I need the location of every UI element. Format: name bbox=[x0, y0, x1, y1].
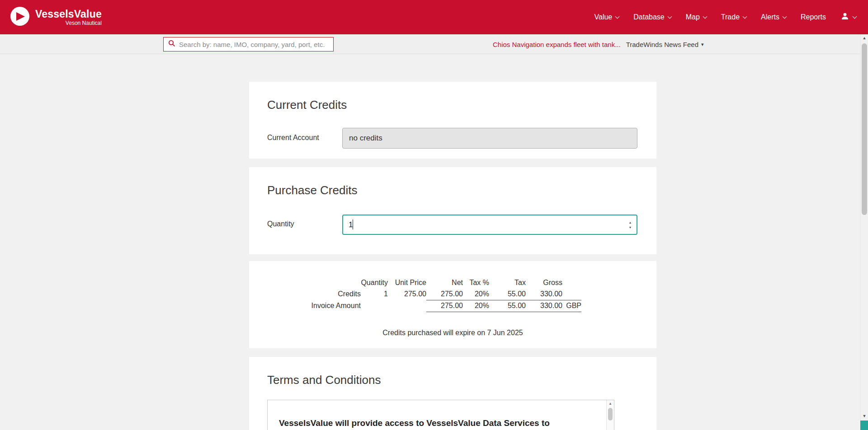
news-headline-link[interactable]: Chios Navigation expands fleet with tank… bbox=[493, 41, 621, 48]
search-icon bbox=[164, 40, 175, 49]
current-credits-card: Current Credits Current Account bbox=[249, 82, 656, 159]
nav-item-value[interactable]: Value bbox=[594, 13, 619, 21]
chevron-down-icon bbox=[615, 14, 620, 19]
nav-label: Database bbox=[633, 13, 665, 21]
credits-quantity: 1 bbox=[361, 289, 388, 300]
terms-body-text: VesselsValue will provide access to Vess… bbox=[268, 400, 614, 430]
quantity-input[interactable] bbox=[342, 215, 637, 235]
purchase-credits-title: Purchase Credits bbox=[249, 167, 656, 197]
credits-gross: 330.00 bbox=[526, 289, 562, 300]
credits-expiry-note: Credits purchased will expire on 7 Jun 2… bbox=[249, 329, 656, 337]
col-header-net: Net bbox=[426, 277, 463, 289]
invoice-tax-pct: 20% bbox=[463, 300, 489, 312]
chevron-down-icon bbox=[783, 14, 787, 19]
brand-name: VesselsValue bbox=[35, 9, 102, 20]
stepper-down-icon[interactable]: ▼ bbox=[629, 226, 632, 229]
credits-tax-pct: 20% bbox=[463, 289, 489, 300]
chevron-down-icon bbox=[853, 14, 857, 19]
col-header-quantity: Quantity bbox=[361, 277, 388, 289]
terms-scroll-area: VesselsValue will provide access to Vess… bbox=[267, 400, 614, 430]
nav-item-trade[interactable]: Trade bbox=[721, 13, 746, 21]
text-cursor bbox=[353, 220, 353, 229]
nav-item-reports[interactable]: Reports bbox=[801, 13, 826, 21]
invoice-tax: 55.00 bbox=[489, 300, 526, 312]
nav-label: Value bbox=[594, 13, 613, 21]
page-scrollbar[interactable]: ▲ ▼ bbox=[860, 34, 868, 430]
col-header-tax: Tax bbox=[489, 277, 526, 289]
terms-title: Terms and Conditions bbox=[249, 357, 656, 387]
nav-item-database[interactable]: Database bbox=[633, 13, 671, 21]
scroll-down-icon[interactable]: ▼ bbox=[861, 414, 868, 418]
nav-label: Reports bbox=[801, 13, 826, 21]
credits-unit-price: 275.00 bbox=[388, 289, 426, 300]
scroll-up-icon[interactable]: ▲ bbox=[861, 36, 868, 40]
invoice-summary-card: Quantity Unit Price Net Tax % Tax Gross … bbox=[249, 261, 656, 348]
teal-corner-widget[interactable] bbox=[860, 421, 868, 430]
credits-tax: 55.00 bbox=[489, 289, 526, 300]
purchase-credits-card: Purchase Credits Quantity ▲ ▼ bbox=[249, 167, 656, 254]
col-header-gross: Gross bbox=[526, 277, 562, 289]
nav-item-alerts[interactable]: Alerts bbox=[761, 13, 786, 21]
search-input[interactable] bbox=[175, 37, 333, 51]
news-feed-dropdown[interactable]: TradeWinds News Feed ▾ bbox=[626, 41, 704, 48]
invoice-row-label: Invoice Amount bbox=[288, 300, 361, 312]
vesselsvalue-logo-icon bbox=[10, 6, 30, 28]
invoice-net: 275.00 bbox=[426, 300, 463, 312]
chevron-down-icon bbox=[703, 14, 707, 19]
news-ticker: Chios Navigation expands fleet with tank… bbox=[493, 34, 704, 54]
terms-scrollbar-thumb[interactable] bbox=[608, 408, 613, 421]
invoice-currency: GBP bbox=[562, 300, 581, 312]
current-credits-title: Current Credits bbox=[249, 82, 656, 112]
nav-item-map[interactable]: Map bbox=[686, 13, 707, 21]
global-search[interactable] bbox=[163, 37, 334, 51]
page-scrollbar-thumb[interactable] bbox=[862, 43, 867, 215]
col-header-unit-price: Unit Price bbox=[388, 277, 426, 289]
user-icon bbox=[840, 12, 849, 23]
current-account-label: Current Account bbox=[267, 134, 319, 142]
main-nav: Value Database Map Trade Alerts Reports bbox=[594, 0, 857, 34]
quantity-label: Quantity bbox=[267, 220, 294, 228]
col-header-tax-pct: Tax % bbox=[463, 277, 489, 289]
caret-down-icon: ▾ bbox=[701, 42, 704, 47]
table-header-row: Quantity Unit Price Net Tax % Tax Gross bbox=[288, 277, 581, 289]
invoice-table: Quantity Unit Price Net Tax % Tax Gross … bbox=[288, 277, 581, 312]
brand-text: VesselsValue Veson Nautical bbox=[35, 9, 102, 26]
quantity-stepper[interactable]: ▲ ▼ bbox=[626, 218, 634, 232]
nav-label: Map bbox=[686, 13, 700, 21]
terms-card: Terms and Conditions VesselsValue will p… bbox=[249, 357, 656, 430]
news-feed-label: TradeWinds News Feed bbox=[626, 41, 698, 48]
chevron-down-icon bbox=[743, 14, 747, 19]
credits-net: 275.00 bbox=[426, 289, 463, 300]
terms-scrollbar[interactable]: ▲ bbox=[606, 400, 614, 430]
current-account-field bbox=[342, 128, 637, 149]
search-bar-row: Chios Navigation expands fleet with tank… bbox=[0, 34, 868, 54]
nav-label: Trade bbox=[721, 13, 740, 21]
brand-logo-group[interactable]: VesselsValue Veson Nautical bbox=[10, 6, 102, 28]
credits-row: Credits 1 275.00 275.00 20% 55.00 330.00 bbox=[288, 289, 581, 300]
invoice-gross: 330.00 bbox=[526, 300, 562, 312]
app-header: VesselsValue Veson Nautical Value Databa… bbox=[0, 0, 868, 34]
user-menu[interactable] bbox=[840, 12, 856, 23]
stepper-up-icon[interactable]: ▲ bbox=[629, 221, 632, 224]
chevron-down-icon bbox=[667, 14, 672, 19]
credits-row-label: Credits bbox=[288, 289, 361, 300]
terms-scroll-up-icon[interactable]: ▲ bbox=[607, 400, 614, 406]
brand-subtitle: Veson Nautical bbox=[66, 20, 102, 26]
nav-label: Alerts bbox=[761, 13, 779, 21]
invoice-amount-row: Invoice Amount 275.00 20% 55.00 330.00 G… bbox=[288, 300, 581, 312]
